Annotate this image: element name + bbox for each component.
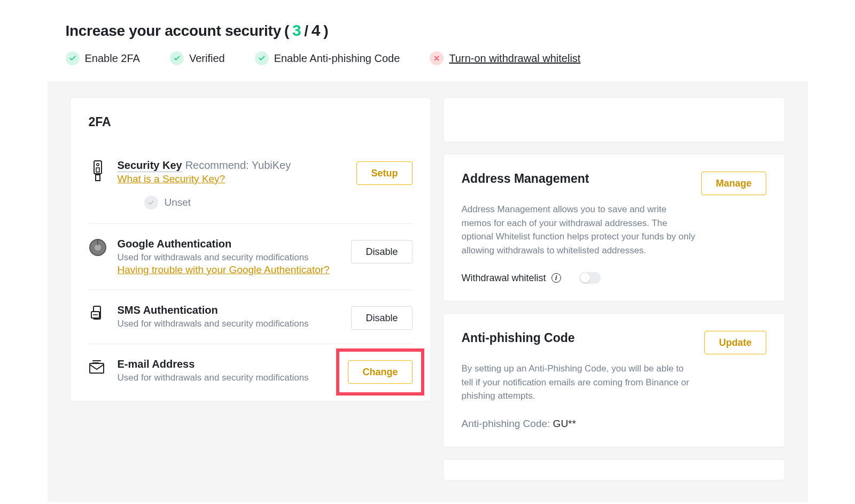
checklist-label: Enable Anti-phishing Code	[274, 52, 400, 65]
svg-rect-3	[96, 175, 100, 181]
checklist-item-antiphishing: Enable Anti-phishing Code	[255, 51, 400, 65]
svg-rect-2	[96, 168, 99, 172]
check-icon	[255, 51, 269, 65]
address-desc: Address Management allows you to save an…	[462, 203, 697, 257]
security-key-icon	[89, 159, 107, 182]
empty-card	[443, 97, 785, 142]
twofa-heading: 2FA	[89, 115, 413, 129]
antiphishing-desc: By setting up an Anti-Phishing Code, you…	[462, 362, 697, 403]
page-title: Increase your account security ( 3 / 4 )	[66, 21, 790, 40]
antiphishing-value-label: Anti-phishing Code:	[462, 418, 550, 429]
checklist-label: Verified	[189, 52, 225, 65]
google-auth-row: Google Authentication Used for withdrawa…	[89, 224, 413, 290]
svg-point-1	[96, 164, 98, 166]
security-key-title: Security Key	[118, 159, 182, 172]
progress-total: 4	[312, 21, 320, 40]
withdrawal-whitelist-label: Withdrawal whitelist	[462, 273, 546, 284]
checklist-item-whitelist[interactable]: Turn-on withdrawal whitelist	[430, 51, 580, 65]
checklist-label: Enable 2FA	[85, 52, 140, 65]
sms-auth-title: SMS Authentication	[118, 304, 218, 316]
email-icon	[89, 358, 107, 374]
google-auth-title: Google Authentication	[118, 238, 232, 250]
right-column: Address Management Manage Address Manage…	[443, 97, 785, 480]
twofa-card: 2FA Security Key Reco	[70, 97, 431, 401]
email-change-button[interactable]: Change	[348, 360, 412, 384]
email-sub: Used for withdrawals and security modifi…	[118, 373, 338, 383]
check-icon	[170, 51, 184, 65]
change-button-highlight: Change	[348, 360, 412, 384]
withdrawal-whitelist-toggle[interactable]	[579, 272, 601, 284]
security-key-help-link[interactable]: What is a Security Key?	[118, 173, 226, 185]
security-checklist: Enable 2FA Verified Enable Anti-phishing…	[66, 51, 790, 65]
svg-rect-13	[90, 363, 104, 373]
security-header: Increase your account security ( 3 / 4 )…	[48, 0, 808, 81]
google-auth-sub: Used for withdrawals and security modifi…	[118, 252, 341, 263]
svg-point-10	[93, 314, 95, 316]
progress-current: 3	[292, 21, 301, 40]
email-title: E-mail Address	[118, 358, 195, 370]
x-icon	[430, 51, 444, 65]
sms-auth-disable-button[interactable]: Disable	[351, 306, 412, 330]
checklist-item-2fa: Enable 2FA	[66, 51, 140, 65]
security-key-setup-button[interactable]: Setup	[356, 161, 412, 185]
svg-rect-7	[97, 240, 98, 245]
security-key-recommend: Recommend: YubiKey	[185, 159, 291, 172]
info-icon[interactable]: i	[551, 273, 561, 283]
paren-close: )	[323, 22, 328, 40]
email-row: E-mail Address Used for withdrawals and …	[89, 344, 413, 384]
checklist-item-verified: Verified	[170, 51, 225, 65]
google-auth-help-link[interactable]: Having trouble with your Google Authenti…	[118, 264, 330, 276]
security-key-status: Unset	[165, 197, 191, 208]
antiphishing-value: GU**	[553, 418, 576, 429]
google-auth-icon	[89, 238, 107, 256]
left-column: 2FA Security Key Reco	[70, 97, 431, 401]
google-auth-disable-button[interactable]: Disable	[351, 240, 412, 263]
address-manage-button[interactable]: Manage	[701, 172, 766, 195]
address-heading: Address Management	[462, 172, 589, 186]
paren-open: (	[284, 22, 289, 40]
unset-check-icon	[144, 196, 158, 210]
progress-slash: /	[304, 22, 308, 40]
check-icon	[66, 51, 80, 65]
security-key-row: Security Key Recommend: YubiKey What is …	[89, 145, 413, 224]
svg-point-12	[96, 314, 98, 316]
next-card-stub	[443, 459, 785, 480]
antiphishing-card: Anti-phishing Code Update By setting up …	[443, 313, 785, 447]
antiphishing-update-button[interactable]: Update	[704, 331, 766, 354]
antiphishing-heading: Anti-phishing Code	[462, 331, 575, 345]
checklist-label[interactable]: Turn-on withdrawal whitelist	[449, 52, 580, 65]
address-management-card: Address Management Manage Address Manage…	[443, 154, 785, 301]
title-text: Increase your account security	[66, 22, 281, 40]
sms-auth-sub: Used for withdrawals and security modifi…	[118, 319, 341, 329]
sms-icon	[89, 304, 107, 323]
svg-point-11	[95, 314, 96, 316]
sms-auth-row: SMS Authentication Used for withdrawals …	[89, 290, 413, 344]
security-body: 2FA Security Key Reco	[48, 81, 808, 502]
